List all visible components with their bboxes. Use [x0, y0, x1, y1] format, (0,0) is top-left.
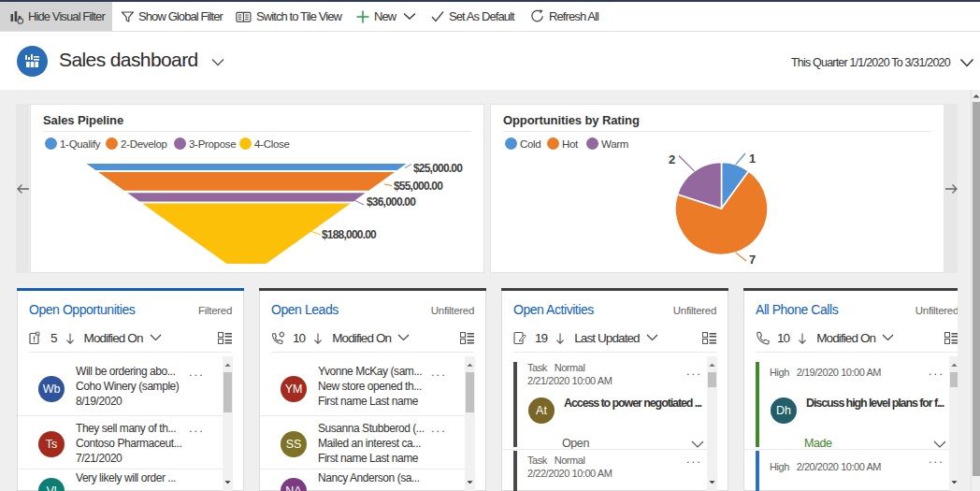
svg-text:$36,000.00: $36,000.00: [367, 195, 416, 209]
svg-text:7: 7: [749, 253, 756, 267]
svg-text:$55,000.00: $55,000.00: [394, 180, 443, 193]
svg-text:1: 1: [749, 152, 756, 166]
svg-text:$25,000.00: $25,000.00: [413, 162, 463, 175]
svg-text:2: 2: [669, 152, 675, 166]
svg-text:$188,000.00: $188,000.00: [322, 228, 377, 241]
